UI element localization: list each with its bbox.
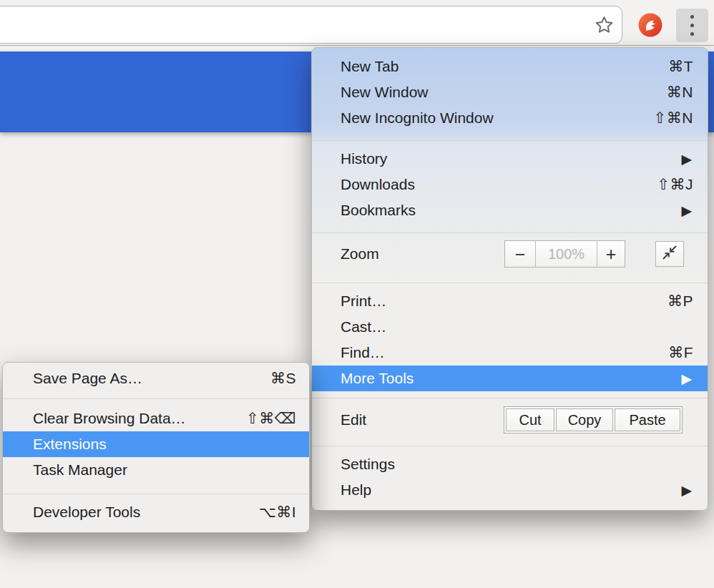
extension-icon[interactable] <box>637 11 664 39</box>
menu-separator <box>3 494 309 494</box>
menu-item-label: New Incognito Window <box>341 109 654 127</box>
zoom-label: Zoom <box>341 245 504 263</box>
menu-item-label: Extensions <box>33 436 296 453</box>
zoom-in-button[interactable]: + <box>597 241 625 267</box>
menu-item-help[interactable]: Help ▶ <box>312 477 708 503</box>
menu-item-bookmarks[interactable]: Bookmarks ▶ <box>312 197 708 223</box>
menu-item-label: Print… <box>341 293 667 310</box>
cut-button[interactable]: Cut <box>506 408 554 431</box>
copy-button[interactable]: Copy <box>556 408 613 431</box>
submenu-item-save-page-as[interactable]: Save Page As… ⌘S <box>3 366 309 391</box>
menu-item-label: Developer Tools <box>33 504 258 521</box>
menu-item-new-incognito-window[interactable]: New Incognito Window ⇧⌘N <box>312 105 708 131</box>
menu-separator <box>3 398 309 399</box>
more-tools-submenu: Save Page As… ⌘S Clear Browsing Data… ⇧⌘… <box>2 362 310 533</box>
menu-item-label: Bookmarks <box>341 202 681 219</box>
menu-item-label: More Tools <box>341 370 681 387</box>
menu-item-new-window[interactable]: New Window ⌘N <box>312 79 708 105</box>
menu-item-shortcut: ⇧⌘J <box>657 176 693 193</box>
dot-icon <box>690 15 694 19</box>
menu-item-find[interactable]: Find… ⌘F <box>312 340 708 366</box>
menu-item-cast[interactable]: Cast… <box>312 314 708 340</box>
submenu-item-developer-tools[interactable]: Developer Tools ⌥⌘I <box>3 499 309 525</box>
submenu-arrow-icon: ▶ <box>681 371 692 387</box>
fullscreen-icon <box>661 244 678 265</box>
menu-item-label: New Window <box>341 84 667 101</box>
submenu-item-clear-browsing-data[interactable]: Clear Browsing Data… ⇧⌘⌫ <box>3 406 309 431</box>
menu-item-label: Task Manager <box>33 461 296 479</box>
menu-item-downloads[interactable]: Downloads ⇧⌘J <box>312 172 708 197</box>
browser-menu-button[interactable] <box>676 9 708 42</box>
submenu-arrow-icon: ▶ <box>681 202 692 219</box>
menu-separator <box>312 232 708 233</box>
menu-item-label: Find… <box>341 344 668 361</box>
menu-item-print[interactable]: Print… ⌘P <box>312 288 708 314</box>
menu-item-settings[interactable]: Settings <box>312 451 708 477</box>
browser-toolbar <box>0 0 714 46</box>
fullscreen-button[interactable] <box>655 241 684 267</box>
edit-label: Edit <box>341 411 504 428</box>
paste-button[interactable]: Paste <box>615 408 680 431</box>
submenu-arrow-icon: ▶ <box>681 151 692 167</box>
submenu-arrow-icon: ▶ <box>681 482 692 499</box>
zoom-level-value: 100% <box>535 241 597 267</box>
menu-separator <box>312 446 708 446</box>
address-bar[interactable] <box>0 6 622 44</box>
menu-item-label: Settings <box>341 456 693 473</box>
submenu-item-task-manager[interactable]: Task Manager <box>3 457 309 483</box>
dot-icon <box>690 32 694 36</box>
chrome-main-menu: New Tab ⌘T New Window ⌘N New Incognito W… <box>311 47 708 511</box>
menu-item-shortcut: ⇧⌘⌫ <box>246 410 296 427</box>
menu-separator <box>312 283 708 283</box>
submenu-item-extensions[interactable]: Extensions <box>3 431 309 457</box>
dot-icon <box>690 24 694 27</box>
menu-item-label: Cast… <box>341 318 693 335</box>
menu-item-shortcut: ⌘N <box>667 84 693 101</box>
menu-item-shortcut: ⌘T <box>668 58 693 75</box>
menu-item-shortcut: ⌥⌘I <box>258 504 296 521</box>
menu-item-label: Save Page As… <box>33 370 270 387</box>
menu-item-label: Help <box>341 481 681 499</box>
bookmark-star-icon[interactable] <box>594 15 614 35</box>
menu-item-label: Clear Browsing Data… <box>33 410 246 427</box>
zoom-control-group: − 100% + <box>504 240 625 268</box>
menu-item-shortcut: ⇧⌘N <box>654 109 693 127</box>
menu-item-zoom: Zoom − 100% + <box>312 238 708 270</box>
menu-item-label: History <box>341 150 681 167</box>
menu-item-history[interactable]: History ▶ <box>312 146 708 172</box>
menu-item-shortcut: ⌘S <box>270 370 296 387</box>
edit-button-group: Cut Copy Paste <box>504 406 683 433</box>
menu-separator <box>312 140 708 141</box>
menu-item-shortcut: ⌘F <box>668 344 693 361</box>
menu-item-label: Downloads <box>341 176 657 193</box>
zoom-out-button[interactable]: − <box>505 241 535 267</box>
menu-separator <box>312 398 708 398</box>
menu-item-shortcut: ⌘P <box>667 293 693 310</box>
menu-item-new-tab[interactable]: New Tab ⌘T <box>312 54 708 79</box>
menu-item-label: New Tab <box>341 58 668 75</box>
menu-item-more-tools[interactable]: More Tools ▶ <box>312 366 708 391</box>
menu-item-edit: Edit Cut Copy Paste <box>312 403 708 436</box>
